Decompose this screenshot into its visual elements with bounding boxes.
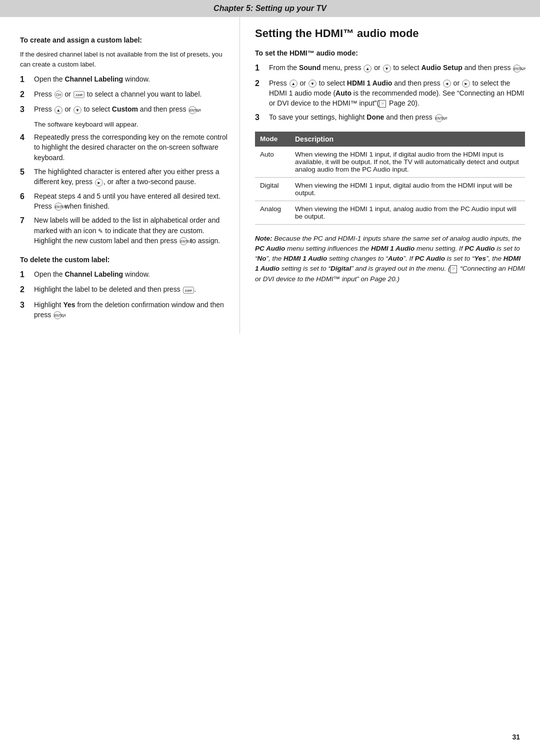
right-section-title: Setting the HDMI™ audio mode xyxy=(255,27,525,40)
mode-table: Mode Description Auto When viewing the H… xyxy=(255,132,525,225)
mode-header: Mode xyxy=(255,132,290,147)
hdmi-step-num-2: 2 xyxy=(255,78,266,89)
hdmi-steps-list: 1 From the Sound menu, press or to selec… xyxy=(255,63,525,123)
mode-auto: Auto xyxy=(255,147,290,178)
right-column: Setting the HDMI™ audio mode To set the … xyxy=(240,17,540,334)
step-delete-3: 3 Highlight Yes from the deletion confir… xyxy=(20,300,228,320)
table-row-digital: Digital When viewing the HDMI 1 input, d… xyxy=(255,177,525,201)
step-num-6: 6 xyxy=(20,191,31,202)
desc-analog: When viewing the HDMI 1 input, analog au… xyxy=(290,201,525,224)
step-create-7: 7 New labels will be added to the list i… xyxy=(20,215,228,246)
channel-labeling-bold-2: Channel Labeling xyxy=(65,270,124,278)
enter-icon-r1: ENTER xyxy=(513,65,521,73)
hdmi-step-3: 3 To save your settings, highlight Done … xyxy=(255,112,525,123)
digital-bold-note: Digital xyxy=(330,265,351,272)
enter-icon-3: ENTER xyxy=(188,106,196,114)
table-row-auto: Auto When viewing the HDMI 1 input, if d… xyxy=(255,147,525,178)
sound-bold: Sound xyxy=(299,64,321,72)
del-step-num-2: 2 xyxy=(20,284,31,295)
desc-auto: When viewing the HDMI 1 input, if digita… xyxy=(290,147,525,178)
intro-text: If the desired channel label is not avai… xyxy=(20,50,228,69)
arrow-right-icon-r2 xyxy=(462,80,470,88)
step-content-1: Open the Channel Labeling window. xyxy=(34,74,228,84)
create-label-heading: To create and assign a custom label: xyxy=(20,35,228,46)
enter-icon-r3: ENTER xyxy=(435,114,443,122)
del-step-content-3: Highlight Yes from the deletion confirma… xyxy=(34,300,228,320)
ref-icon-r2: ☞ xyxy=(379,100,386,108)
step-create-1: 1 Open the Channel Labeling window. xyxy=(20,74,228,85)
arrow-down-icon-3 xyxy=(74,106,82,114)
custom-bold: Custom xyxy=(112,105,138,113)
mode-analog: Analog xyxy=(255,201,290,224)
arrow-right-icon-5 xyxy=(95,179,103,187)
ch-icon: CH xyxy=(54,91,62,99)
arrow-up-icon-3 xyxy=(54,106,62,114)
page-number: 31 xyxy=(512,733,520,741)
note-text: Note: Because the PC and HDMI-1 inputs s… xyxy=(255,234,525,284)
del-step-num-1: 1 xyxy=(20,269,31,280)
hdmi-step-content-2: Press or to select HDMI 1 Audio and then… xyxy=(269,78,525,109)
step-delete-1: 1 Open the Channel Labeling window. xyxy=(20,269,228,280)
step-content-5: The highlighted character is entered aft… xyxy=(34,167,228,187)
create-steps-list: 1 Open the Channel Labeling window. 2 Pr… xyxy=(20,74,228,116)
desc-digital: When viewing the HDMI 1 input, digital a… xyxy=(290,177,525,201)
pc-audio-bold-3: PC Audio xyxy=(415,255,445,262)
step-create-4: 4 Repeatedly press the corresponding key… xyxy=(20,132,228,163)
auto-bold-note: Auto xyxy=(388,255,404,262)
delete-label-heading: To delete the custom label: xyxy=(20,255,228,265)
del-step-content-2: Highlight the label to be deleted and th… xyxy=(34,284,228,294)
hdmi-audio-bold-2: HDMI 1 Audio xyxy=(284,255,327,262)
done-bold: Done xyxy=(366,113,384,121)
hdmi-step-num-3: 3 xyxy=(255,112,266,123)
step-content-7: New labels will be added to the list in … xyxy=(34,215,228,246)
del-step-content-1: Open the Channel Labeling window. xyxy=(34,269,228,279)
step-num-3: 3 xyxy=(20,104,31,115)
hdmi-audio-bold-1: HDMI 1 Audio xyxy=(371,245,414,252)
step-num-2: 2 xyxy=(20,89,31,100)
create-steps-list-cont: 4 Repeatedly press the corresponding key… xyxy=(20,132,228,246)
description-header: Description xyxy=(290,132,525,147)
note-section: Note: Because the PC and HDMI-1 inputs s… xyxy=(255,234,525,284)
hdmi-mode-heading: To set the HDMI™ audio mode: xyxy=(255,48,525,59)
hdmi1-audio-bold: HDMI 1 Audio xyxy=(347,79,392,87)
left-column: To create and assign a custom label: If … xyxy=(0,17,240,334)
audio-setup-bold: Audio Setup xyxy=(421,64,462,72)
del-step-num-3: 3 xyxy=(20,299,31,311)
arrow-down-icon-r1 xyxy=(383,65,391,73)
pc-audio-bold-1: PC Audio xyxy=(255,245,285,252)
page-container: Chapter 5: Setting up your TV To create … xyxy=(0,0,540,756)
arrow-left-icon-r2 xyxy=(443,80,451,88)
table-row-analog: Analog When viewing the HDMI 1 input, an… xyxy=(255,201,525,224)
arrow-up-icon-r1 xyxy=(364,65,372,73)
delete-steps-list: 1 Open the Channel Labeling window. 2 Hi… xyxy=(20,269,228,320)
hdmi-step-content-1: From the Sound menu, press or to select … xyxy=(269,63,525,73)
yes-bold: Yes xyxy=(63,301,75,309)
enter-icon-6: ENTER xyxy=(54,203,62,211)
software-keyboard-note: The software keyboard will appear. xyxy=(34,120,228,130)
step-num-7: 7 xyxy=(20,215,31,226)
enter-icon-7: ENTER xyxy=(180,237,188,245)
pc-audio-bold-2: PC Audio xyxy=(464,245,494,252)
hdmi-step-content-3: To save your settings, highlight Done an… xyxy=(269,112,525,122)
step-create-2: 2 Press CH or JUMP to select a channel y… xyxy=(20,89,228,100)
table-header-row: Mode Description xyxy=(255,132,525,147)
main-columns: To create and assign a custom label: If … xyxy=(0,17,540,334)
channel-labeling-bold-1: Channel Labeling xyxy=(65,75,124,83)
step-create-5: 5 The highlighted character is entered a… xyxy=(20,167,228,187)
step-content-6: Repeat steps 4 and 5 until you have ente… xyxy=(34,191,228,212)
pencil-icon xyxy=(98,227,103,235)
step-content-4: Repeatedly press the corresponding key o… xyxy=(34,132,228,163)
ref-icon-note: ☞ xyxy=(450,265,457,273)
enter-icon-del: ENTER xyxy=(54,311,62,319)
chapter-header: Chapter 5: Setting up your TV xyxy=(0,0,540,17)
arrow-up-icon-r2 xyxy=(290,80,298,88)
note-label: Note: xyxy=(255,235,272,242)
jump-icon-del: JUMP xyxy=(183,287,194,294)
step-num-1: 1 xyxy=(20,74,31,85)
step-content-3: Press or to select Custom and then press… xyxy=(34,104,228,114)
jump-icon: JUMP xyxy=(74,91,84,98)
note-body: Because the PC and HDMI-1 inputs share t… xyxy=(255,235,525,283)
step-num-4: 4 xyxy=(20,132,31,143)
step-num-5: 5 xyxy=(20,166,31,178)
auto-bold: Auto xyxy=(336,89,352,97)
